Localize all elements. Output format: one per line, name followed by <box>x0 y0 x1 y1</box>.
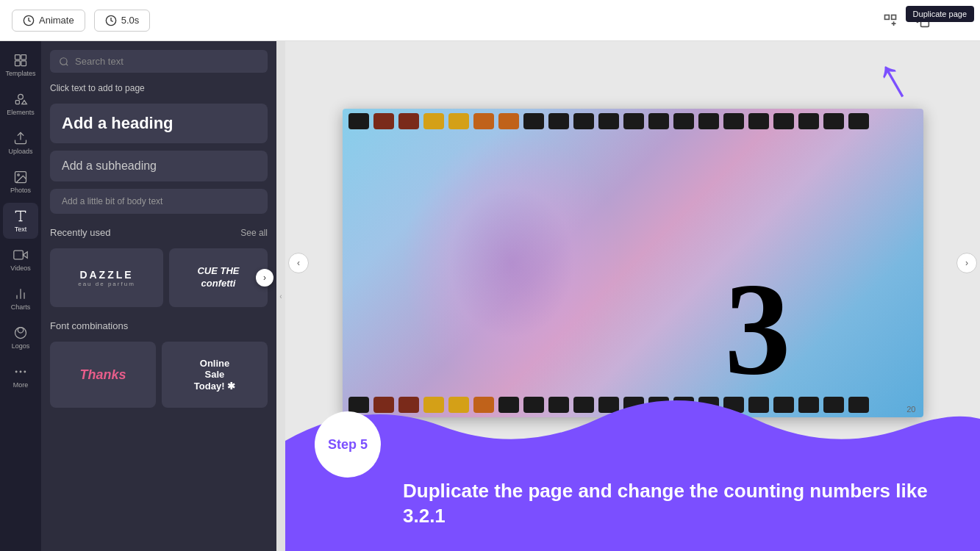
svg-rect-9 <box>21 55 26 60</box>
svg-point-27 <box>20 371 21 372</box>
sprocket <box>448 397 469 413</box>
add-subheading-button[interactable]: Add a subheading <box>50 151 268 181</box>
sidebar-item-templates[interactable]: Templates <box>3 47 38 83</box>
elements-icon <box>13 92 28 107</box>
more-label: More <box>13 381 29 389</box>
sprocket <box>423 397 444 413</box>
font-combo-grid: Thanks OnlineSaleToday! ✱ <box>50 342 268 408</box>
sprocket <box>573 397 594 413</box>
svg-rect-3 <box>892 15 896 19</box>
sprocket <box>598 113 619 129</box>
add-icon <box>883 13 898 28</box>
duration-label: 5.0s <box>121 15 140 26</box>
animate-icon <box>23 15 35 26</box>
search-input[interactable] <box>75 56 259 67</box>
font-combo-online-sale[interactable]: OnlineSaleToday! ✱ <box>162 342 268 408</box>
sidebar-item-photos[interactable]: Photos <box>3 164 38 200</box>
online-sale-text: OnlineSaleToday! ✱ <box>194 358 235 392</box>
recently-item-confetti[interactable]: CUE THEconfetti <box>169 248 268 307</box>
sprocket <box>473 113 494 129</box>
font-combo-thanks[interactable]: Thanks <box>50 342 156 408</box>
film-canvas[interactable]: 3 20 <box>343 109 923 417</box>
sprocket <box>398 113 419 129</box>
sprocket <box>373 113 394 129</box>
svg-point-17 <box>18 174 19 176</box>
sidebar-item-videos[interactable]: Videos <box>3 242 38 278</box>
sidebar-item-charts[interactable]: Charts <box>3 281 38 317</box>
recently-used-grid: DAZZLE eau de parfum CUE THEconfetti › <box>50 248 268 307</box>
filmstrip-panel: 3 1 + <box>285 485 980 551</box>
toolbar-left: Animate 5.0s <box>12 10 150 32</box>
click-to-add-label: Click text to add to page <box>50 83 268 93</box>
main-layout: Templates Elements Uploads Photos <box>0 41 980 551</box>
sprocket <box>348 397 369 413</box>
text-label: Text <box>15 226 27 233</box>
sprocket <box>698 113 719 129</box>
sidebar-item-text[interactable]: Text <box>3 203 38 239</box>
sprocket <box>423 113 444 129</box>
sprocket <box>673 113 694 129</box>
page-number: 20 <box>906 405 915 414</box>
uploads-label: Uploads <box>8 148 32 155</box>
sprocket <box>548 397 569 413</box>
sprocket <box>798 113 819 129</box>
panel-collapse-handle[interactable]: ‹ <box>276 41 285 551</box>
charts-label: Charts <box>11 303 31 311</box>
sprocket <box>523 397 544 413</box>
svg-rect-21 <box>14 251 23 259</box>
duration-button[interactable]: 5.0s <box>94 10 151 32</box>
sprocket <box>498 113 519 129</box>
sprocket <box>673 397 694 413</box>
recently-item-dazzle[interactable]: DAZZLE eau de parfum <box>50 248 163 307</box>
scroll-right-button[interactable]: › <box>956 253 977 273</box>
see-all-link[interactable]: See all <box>240 228 268 238</box>
search-icon <box>59 57 69 67</box>
sprocket <box>498 397 519 413</box>
recently-used-section-header: Recently used See all <box>50 227 268 238</box>
svg-point-26 <box>15 371 17 372</box>
sprocket <box>773 113 794 129</box>
sprocket <box>848 113 869 129</box>
carousel-next-button[interactable]: › <box>256 269 273 287</box>
duplicate-tooltip: Duplicate page <box>906 6 974 22</box>
sprocket <box>748 113 769 129</box>
sprocket <box>448 113 469 129</box>
svg-rect-13 <box>15 101 19 104</box>
sprocket <box>348 113 369 129</box>
svg-marker-20 <box>23 252 27 258</box>
search-box[interactable] <box>50 50 268 73</box>
film-glow <box>401 131 622 395</box>
sidebar-item-more[interactable]: More <box>3 359 38 395</box>
sprocket <box>523 113 544 129</box>
svg-point-29 <box>60 57 67 64</box>
add-body-button[interactable]: Add a little bit of body text <box>50 189 268 214</box>
purple-arrow: ↑ <box>865 45 920 110</box>
svg-rect-8 <box>15 55 21 60</box>
sprocket <box>548 113 569 129</box>
sidebar-item-uploads[interactable]: Uploads <box>3 125 38 161</box>
add-page-button[interactable]: + <box>357 498 398 539</box>
logos-icon <box>13 325 28 340</box>
dazzle-sub: eau de parfum <box>78 281 135 287</box>
add-page-icon-button[interactable] <box>877 7 904 34</box>
scroll-left-button[interactable]: ‹ <box>288 253 309 273</box>
canvas-area: ‹ <box>285 41 980 551</box>
recently-used-title: Recently used <box>50 227 110 238</box>
sidebar-item-logos[interactable]: Logos <box>3 320 38 356</box>
sidebar-item-elements[interactable]: Elements <box>3 86 38 122</box>
svg-marker-14 <box>22 101 27 104</box>
templates-label: Templates <box>5 70 35 77</box>
sprocket <box>373 397 394 413</box>
film-number[interactable]: 3 <box>725 263 791 395</box>
filmstrip-thumb-1[interactable]: 3 1 <box>297 498 348 539</box>
sprocket <box>398 397 419 413</box>
templates-icon <box>13 53 28 68</box>
more-icon <box>13 364 28 379</box>
sprocket <box>623 397 644 413</box>
animate-button[interactable]: Animate <box>12 10 85 32</box>
sprockets-bottom <box>343 392 923 417</box>
sprocket <box>573 113 594 129</box>
add-heading-button[interactable]: Add a heading <box>50 104 268 143</box>
text-panel: Click text to add to page Add a heading … <box>41 41 276 551</box>
scroll-bottom-button[interactable]: ∨ <box>623 428 643 448</box>
